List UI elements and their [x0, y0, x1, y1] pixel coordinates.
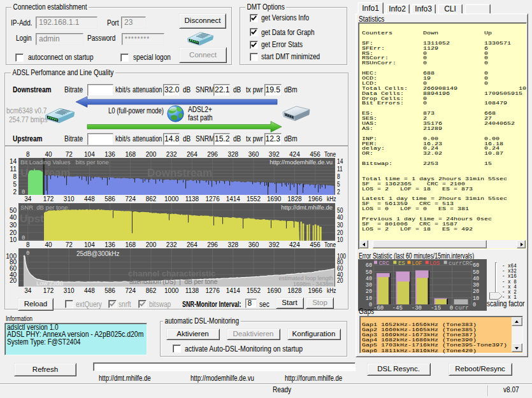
svg-text:-15: -15: [431, 305, 441, 311]
svg-text:http://modemhilfe.de.vu: http://modemhilfe.de.vu: [270, 159, 333, 166]
svg-text:50: 50: [473, 269, 479, 276]
svg-text:10: 10: [473, 295, 479, 302]
svg-text:-45: -45: [392, 305, 403, 311]
svg-text:Low 23dB: Low 23dB: [36, 280, 63, 287]
svg-text:60: 60: [473, 262, 479, 269]
svg-text:-60: -60: [373, 305, 384, 311]
svg-text:0: 0: [22, 235, 25, 241]
svg-text:25dB@300kHz: 25dB@300kHz: [76, 250, 119, 257]
svg-text:0: 0: [26, 250, 29, 257]
svg-text:http://dmt.mhilfe.de: http://dmt.mhilfe.de: [281, 204, 333, 211]
svg-text:ES: ES: [398, 260, 405, 267]
svg-text:Bit Loading Values bits per: Bit Loading Values bits per tone: [20, 159, 109, 166]
svg-text:0: 0: [22, 189, 25, 195]
svg-text:channel characteristic: channel characteristic: [128, 269, 215, 278]
svg-text:20: 20: [473, 288, 479, 295]
svg-text:10: 10: [366, 295, 372, 302]
svg-text:40: 40: [473, 276, 479, 282]
svg-text:40: 40: [366, 276, 372, 282]
svg-text:currCRC: currCRC: [449, 260, 473, 267]
svg-text:20: 20: [366, 288, 372, 295]
svg-text:curr: curr: [455, 305, 469, 311]
svg-text:0: 0: [450, 305, 453, 311]
svg-text:LOS: LOS: [429, 260, 440, 267]
svg-text:-30: -30: [412, 305, 422, 311]
svg-text:60: 60: [366, 262, 372, 269]
svg-text:30: 30: [473, 282, 479, 288]
svg-text:LOF: LOF: [412, 260, 422, 267]
svg-text:30: 30: [366, 282, 372, 288]
svg-text:50: 50: [366, 269, 372, 276]
svg-text:attenuation (DS) | dB per to: attenuation (DS) | dB per tone: [129, 278, 218, 285]
svg-text:Downstream: Downstream: [147, 167, 212, 179]
svg-text:1698m - 3438m: 1698m - 3438m: [293, 281, 333, 287]
svg-text:CRC: CRC: [379, 260, 390, 267]
svg-text:SNR dB per tone: SNR dB per tone: [20, 204, 68, 211]
svg-text:0: 0: [473, 302, 476, 308]
